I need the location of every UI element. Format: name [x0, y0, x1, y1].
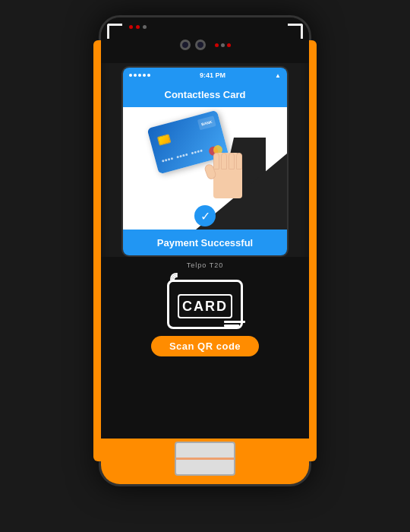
qr-scanner [175, 442, 235, 476]
status-time: 9:41 PM [200, 71, 226, 79]
scan-qr-button[interactable]: Scan QR code [151, 336, 259, 356]
led-right-1 [215, 43, 219, 47]
led-dot-2 [136, 25, 140, 29]
led-dot-1 [129, 25, 133, 29]
qr-scan-line [176, 458, 234, 460]
payment-bar: Payment Successful [123, 230, 287, 255]
led-right-2 [221, 43, 225, 47]
card-reader-icon: CARD [163, 272, 247, 333]
device-wrapper: 9:41 PM ▲ Contactless Card BANK [91, 15, 319, 517]
device-middle: Telpo T20 CARD [101, 257, 309, 439]
card-illustration: BANK [144, 115, 266, 198]
device-top [101, 17, 309, 63]
fingers [213, 153, 242, 169]
camera-group [180, 40, 231, 50]
corner-bracket-tr [288, 24, 303, 39]
device-body: 9:41 PM ▲ Contactless Card BANK [99, 15, 311, 486]
phone-screen: 9:41 PM ▲ Contactless Card BANK [121, 66, 289, 257]
hand-illustration [205, 141, 251, 198]
signal-dot-2 [134, 74, 137, 77]
signal-dot-4 [143, 74, 146, 77]
nfc-icon [169, 272, 184, 290]
camera-left [180, 40, 191, 50]
card-numbers [162, 149, 205, 163]
led-right-3 [227, 43, 231, 47]
device-bottom [101, 439, 309, 484]
card-chip [157, 134, 172, 146]
brand-label: Telpo T20 [187, 261, 223, 269]
phone-content: BANK [123, 107, 287, 230]
signal-dot-3 [138, 74, 141, 77]
signal-dots [129, 74, 150, 77]
payment-status-text: Payment Successful [157, 237, 253, 249]
swipe-lines [224, 319, 245, 328]
camera-right [195, 40, 206, 50]
screen-title: Contactless Card [165, 89, 246, 100]
phone-header: Contactless Card [123, 83, 287, 107]
card-icon-inner: CARD [178, 294, 232, 318]
card-bank-label: BANK [197, 116, 216, 130]
wifi-icon: ▲ [275, 72, 281, 79]
signal-dot-5 [147, 74, 150, 77]
status-bar: 9:41 PM ▲ [123, 68, 287, 83]
led-dots [129, 25, 147, 29]
led-dot-3 [143, 25, 147, 29]
success-checkmark: ✓ [194, 205, 216, 226]
card-text: CARD [182, 299, 228, 315]
signal-dot-1 [129, 74, 132, 77]
corner-bracket-tl [107, 24, 122, 39]
